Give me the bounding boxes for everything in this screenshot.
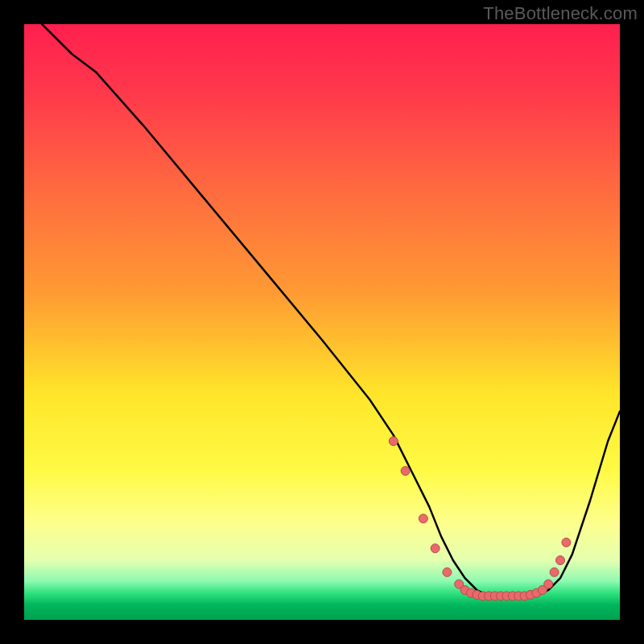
marker-dot <box>550 568 559 576</box>
marker-dot <box>544 580 553 588</box>
marker-dot <box>431 544 440 553</box>
marker-dot <box>443 568 452 576</box>
marker-dot <box>419 514 427 523</box>
marker-dot <box>562 538 571 547</box>
plot-area <box>24 24 620 620</box>
bottleneck-curve <box>42 24 620 596</box>
marker-dot <box>389 437 398 446</box>
marker-dot <box>556 556 565 565</box>
marker-group <box>389 437 571 601</box>
watermark-text: TheBottleneck.com <box>483 3 638 24</box>
chart-overlay <box>24 24 620 620</box>
marker-dot <box>401 467 410 476</box>
chart-frame: TheBottleneck.com <box>0 0 644 644</box>
